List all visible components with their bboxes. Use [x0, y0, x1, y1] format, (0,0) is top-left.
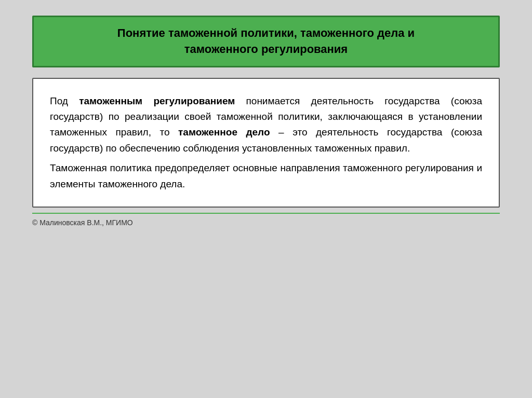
slide-container: Понятие таможенной политики, таможенного…: [32, 16, 500, 208]
title-line1: Понятие таможенной политики, таможенного…: [117, 26, 415, 39]
content-paragraph2: Таможенная политика предопределяет основ…: [50, 160, 482, 192]
footer-text: © Малиновская В.М., МГИМО: [32, 218, 133, 227]
footer: © Малиновская В.М., МГИМО: [32, 214, 500, 227]
title-text: Понятие таможенной политики, таможенного…: [46, 25, 486, 58]
title-line2: таможенного регулирования: [184, 43, 348, 56]
text-before-bold1: Под: [50, 95, 79, 106]
title-box: Понятие таможенной политики, таможенного…: [32, 16, 500, 67]
bold-term1: таможенным регулированием: [79, 95, 235, 106]
bold-term2: таможенное дело: [178, 127, 270, 138]
content-box: Под таможенным регулированием понимается…: [32, 78, 500, 208]
content-paragraph1: Под таможенным регулированием понимается…: [50, 93, 482, 157]
